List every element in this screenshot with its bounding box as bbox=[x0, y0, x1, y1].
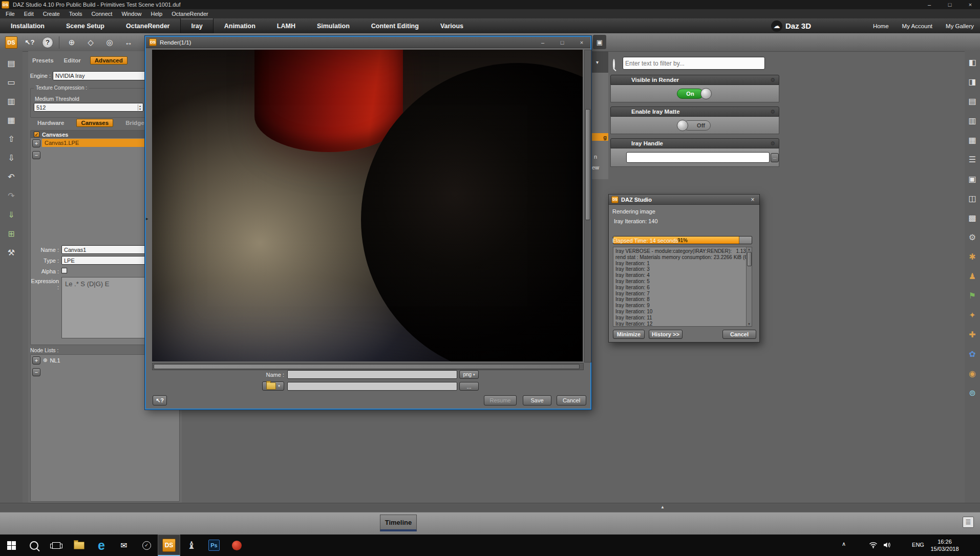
subtab-canvases[interactable]: Canvases bbox=[76, 119, 113, 127]
link-my-gallery[interactable]: My Gallery bbox=[946, 23, 974, 29]
render-minimize-button[interactable]: – bbox=[537, 38, 548, 47]
menu-item-file[interactable]: File bbox=[1, 9, 19, 18]
photoshop-button[interactable]: Ps bbox=[203, 534, 225, 556]
file-explorer-button[interactable] bbox=[68, 534, 90, 556]
mail-button[interactable]: ✉ bbox=[113, 534, 135, 556]
whats-this-button[interactable]: ↖? bbox=[153, 395, 167, 405]
dialog-history-button[interactable]: History >> bbox=[649, 330, 683, 339]
horizontal-scroll-thumb[interactable] bbox=[154, 364, 580, 369]
tab-simulation[interactable]: Simulation bbox=[306, 18, 360, 33]
folder-picker-button[interactable]: ▾ bbox=[262, 381, 284, 391]
close-button[interactable]: × bbox=[963, 1, 978, 9]
scroll-down-icon[interactable]: ▼ bbox=[748, 323, 751, 326]
save-icon[interactable]: ▦ bbox=[4, 114, 18, 125]
scroll-up-icon[interactable]: ▲ bbox=[748, 248, 751, 251]
pane-fragment-icon[interactable]: ▣ bbox=[593, 35, 606, 49]
joint-editor-tool-icon[interactable]: ◇ bbox=[84, 36, 97, 49]
dock-icon-14[interactable]: ✦ bbox=[965, 309, 979, 320]
link-home[interactable]: Home bbox=[873, 23, 889, 29]
tab-advanced[interactable]: Advanced bbox=[90, 56, 127, 65]
tab-iray[interactable]: Iray bbox=[180, 18, 213, 33]
image-format-dropdown[interactable]: png ▾ bbox=[459, 370, 479, 379]
download-icon[interactable]: ⇓ bbox=[4, 209, 18, 220]
vertical-scroll-thumb[interactable] bbox=[585, 109, 590, 220]
enable-iray-matte-header[interactable]: Enable Iray Matte ⚙ bbox=[610, 106, 779, 117]
cancel-button[interactable]: Cancel bbox=[557, 395, 586, 405]
enable-iray-matte-toggle[interactable]: Off bbox=[677, 120, 713, 131]
minimize-button[interactable]: – bbox=[922, 1, 937, 9]
add-node-tool-icon[interactable]: ⊕ bbox=[65, 36, 78, 49]
render-horizontal-scrollbar[interactable] bbox=[152, 363, 584, 370]
iray-handle-header[interactable]: Iray Handle ⚙ bbox=[610, 138, 779, 148]
dock-icon-12[interactable]: ♟ bbox=[965, 270, 979, 282]
toggle-knob[interactable] bbox=[677, 120, 688, 131]
visible-in-render-header[interactable]: Visible in Render ⚙ bbox=[610, 75, 779, 85]
edge-button[interactable]: e bbox=[90, 534, 113, 556]
add-canvas-button[interactable]: + bbox=[32, 139, 40, 147]
menu-item-connect[interactable]: Connect bbox=[87, 9, 117, 18]
occluded-highlighted-item[interactable]: g bbox=[592, 133, 608, 141]
tray-clock[interactable]: 16:26 15/03/2018 bbox=[928, 538, 962, 552]
whats-this-tool-icon[interactable]: ↖? bbox=[23, 36, 36, 49]
undo-icon[interactable]: ↶ bbox=[4, 171, 18, 182]
chevron-down-icon[interactable]: ▾ bbox=[596, 59, 599, 65]
dock-icon-2[interactable]: ◨ bbox=[965, 76, 979, 87]
tab-animation[interactable]: Animation bbox=[214, 18, 266, 33]
status-up-arrow-icon[interactable]: ▲ bbox=[661, 505, 665, 509]
dock-icon-6[interactable]: ☰ bbox=[965, 154, 979, 165]
tab-octanerender[interactable]: OctaneRender bbox=[115, 18, 180, 33]
dock-icon-4[interactable]: ▥ bbox=[965, 115, 979, 126]
tab-installation[interactable]: Installation bbox=[0, 18, 55, 33]
menu-item-window[interactable]: Window bbox=[117, 9, 146, 18]
remove-node-list-button[interactable]: − bbox=[32, 368, 40, 376]
dock-icon-1[interactable]: ◧ bbox=[965, 56, 979, 68]
dock-icon-8[interactable]: ◫ bbox=[965, 193, 979, 204]
start-button[interactable] bbox=[0, 534, 23, 556]
gear-icon[interactable]: ⚙ bbox=[770, 140, 775, 147]
tray-language[interactable]: ENG bbox=[909, 542, 927, 548]
browse-button[interactable]: ... bbox=[459, 382, 479, 391]
content-tool-icon[interactable]: ⚒ bbox=[4, 247, 18, 258]
dock-icon-7[interactable]: ▣ bbox=[965, 173, 979, 184]
spinner-control[interactable]: ▴ ▾ bbox=[138, 104, 141, 111]
link-my-account[interactable]: My Account bbox=[902, 23, 932, 29]
iray-handle-browse-button[interactable]: ... bbox=[771, 153, 779, 162]
export-icon[interactable]: ⇧ bbox=[4, 133, 18, 144]
timeline-options-icon[interactable]: ☰ bbox=[963, 517, 974, 528]
dialog-close-icon[interactable]: × bbox=[749, 196, 757, 203]
medium-threshold-input[interactable]: 512 ▴ ▾ bbox=[34, 103, 143, 112]
new-file-icon[interactable]: ▤ bbox=[4, 57, 18, 69]
render-window-title-bar[interactable]: DS Render(1/1) – □ × bbox=[146, 37, 590, 48]
red-app-button[interactable] bbox=[225, 534, 248, 556]
tray-chevron-up-icon[interactable]: ∧ bbox=[842, 541, 846, 547]
tray-wifi-icon[interactable] bbox=[869, 542, 878, 548]
canvas-alpha-checkbox[interactable] bbox=[61, 268, 67, 273]
menu-item-tools[interactable]: Tools bbox=[65, 9, 87, 18]
dock-icon-9[interactable]: ▩ bbox=[965, 212, 979, 223]
menu-item-edit[interactable]: Edit bbox=[19, 9, 38, 18]
menu-item-create[interactable]: Create bbox=[38, 9, 65, 18]
dock-icon-5[interactable]: ▦ bbox=[965, 134, 979, 145]
dock-icon-18[interactable]: ⊚ bbox=[965, 387, 979, 398]
render-path-input[interactable] bbox=[287, 382, 457, 391]
dock-icon-13[interactable]: ⚑ bbox=[965, 290, 979, 301]
render-maximize-button[interactable]: □ bbox=[557, 38, 568, 47]
help-icon[interactable]: ? bbox=[42, 37, 53, 48]
gear-icon[interactable]: ⚙ bbox=[770, 109, 775, 115]
dialog-title-bar[interactable]: DS DAZ Studio × bbox=[609, 195, 759, 205]
photos-app-button[interactable]: ♝ bbox=[180, 534, 203, 556]
install-icon[interactable]: ⊞ bbox=[4, 228, 18, 239]
import-icon[interactable]: ⇩ bbox=[4, 152, 18, 163]
iray-handle-input[interactable] bbox=[626, 152, 770, 163]
tab-lamh[interactable]: LAMH bbox=[266, 18, 306, 33]
dock-icon-3[interactable]: ▤ bbox=[965, 95, 979, 106]
canvases-checkbox[interactable]: ✓ bbox=[34, 132, 39, 137]
render-close-button[interactable]: × bbox=[576, 38, 587, 47]
tab-editor[interactable]: Editor bbox=[63, 56, 82, 65]
log-scrollbar[interactable]: ▲ ▼ bbox=[746, 247, 752, 326]
gear-icon[interactable]: ⚙ bbox=[770, 77, 775, 83]
rotate-tool-icon[interactable]: ◎ bbox=[103, 36, 116, 49]
menu-item-help[interactable]: Help bbox=[146, 9, 167, 18]
tray-volume-icon[interactable] bbox=[883, 542, 891, 548]
dialog-minimize-button[interactable]: Minimize bbox=[613, 330, 645, 339]
